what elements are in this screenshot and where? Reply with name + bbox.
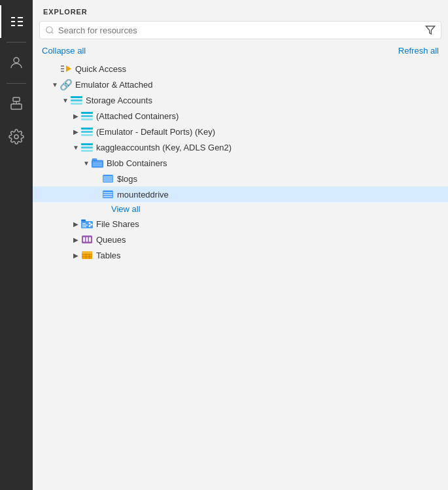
chevron-right-icon-4: ▶ <box>71 234 81 245</box>
sidebar-divider <box>7 42 26 43</box>
chevron-right-icon-2: ▶ <box>71 126 81 137</box>
no-chevron-2 <box>92 173 102 184</box>
no-chevron-3 <box>92 189 102 200</box>
svg-marker-16 <box>66 65 71 72</box>
sidebar-item-settings[interactable] <box>0 120 33 153</box>
sidebar <box>0 0 33 490</box>
emulator-default-icon <box>81 126 93 137</box>
filter-icon[interactable] <box>425 25 436 35</box>
chevron-right-icon-5: ▶ <box>71 250 81 260</box>
svg-rect-31 <box>103 192 112 193</box>
queues-icon <box>81 234 93 245</box>
search-icon <box>45 26 54 35</box>
tree-item-file-shares[interactable]: ▶ File Shares <box>33 216 448 232</box>
svg-rect-47 <box>89 237 91 242</box>
mounteddrive-icon <box>102 188 114 200</box>
svg-marker-12 <box>426 26 434 34</box>
view-all-button[interactable]: View all <box>33 202 448 216</box>
queues-label: Queues <box>96 235 126 245</box>
blob-containers-icon <box>92 157 103 169</box>
logs-label: $logs <box>117 174 137 184</box>
svg-rect-53 <box>82 251 92 254</box>
svg-rect-49 <box>82 254 92 254</box>
emulator-attached-label: Emulator & Attached <box>75 80 153 90</box>
quick-access-icon <box>60 63 72 75</box>
file-shares-icon <box>81 218 93 230</box>
kaggle-account-label: kaggleaccountsh (Key, ADLS Gen2) <box>96 143 232 152</box>
sidebar-item-account[interactable] <box>0 46 33 79</box>
kaggle-account-icon <box>81 141 93 153</box>
svg-rect-32 <box>103 194 112 195</box>
chevron-down-icon-4: ▼ <box>81 158 92 168</box>
svg-rect-23 <box>93 162 102 163</box>
no-chevron <box>50 63 60 74</box>
svg-rect-28 <box>103 179 112 179</box>
chevron-down-icon-3: ▼ <box>71 142 81 152</box>
svg-line-11 <box>52 32 54 34</box>
svg-point-10 <box>46 27 52 33</box>
tree-item-tables[interactable]: ▶ Tables <box>33 247 448 263</box>
tree-item-queues[interactable]: ▶ Queues <box>33 232 448 247</box>
svg-rect-7 <box>13 97 20 101</box>
svg-point-9 <box>14 135 18 139</box>
tables-icon <box>81 249 93 261</box>
svg-rect-27 <box>103 177 112 177</box>
search-input[interactable] <box>58 26 425 35</box>
tree-item-quick-access[interactable]: Quick Access <box>33 61 448 77</box>
tree-item-storage-accounts[interactable]: ▼ Storage Accounts <box>33 92 448 108</box>
link-icon: 🔗 <box>60 79 72 90</box>
storage-accounts-label: Storage Accounts <box>86 96 152 105</box>
refresh-all-button[interactable]: Refresh all <box>398 46 439 56</box>
explorer-title: EXPLORER <box>33 0 448 21</box>
chevron-right-icon-3: ▶ <box>71 219 81 229</box>
collapse-all-button[interactable]: Collapse all <box>42 46 86 56</box>
file-shares-label: File Shares <box>96 219 139 229</box>
tree-item-emulator-attached[interactable]: ▼ 🔗 Emulator & Attached <box>33 77 448 92</box>
svg-rect-29 <box>103 181 112 181</box>
mounteddrive-label: mounteddrive <box>117 190 169 200</box>
svg-rect-50 <box>82 256 92 257</box>
search-bar <box>39 21 441 39</box>
svg-point-6 <box>14 58 19 63</box>
chevron-right-icon: ▶ <box>71 111 81 121</box>
svg-rect-36 <box>82 223 86 224</box>
view-all-label: View all <box>111 204 141 214</box>
svg-rect-35 <box>81 220 86 222</box>
svg-rect-24 <box>93 164 102 164</box>
attached-containers-icon <box>81 110 93 122</box>
svg-rect-8 <box>11 104 22 109</box>
tree-item-logs[interactable]: $logs <box>33 171 448 186</box>
svg-rect-25 <box>93 166 102 166</box>
blob-containers-label: Blob Containers <box>107 158 167 168</box>
chevron-down-icon-2: ▼ <box>60 95 71 105</box>
sidebar-item-explorer[interactable] <box>0 5 33 38</box>
svg-rect-33 <box>103 196 112 197</box>
quick-access-label: Quick Access <box>75 64 126 74</box>
resource-tree: Quick Access ▼ 🔗 Emulator & Attached ▼ S… <box>33 61 448 490</box>
tables-label: Tables <box>96 251 121 260</box>
tree-item-emulator-default[interactable]: ▶ (Emulator - Default Ports) (Key) <box>33 124 448 139</box>
svg-rect-37 <box>82 225 88 226</box>
attached-containers-label: (Attached Containers) <box>96 111 179 121</box>
actions-row: Collapse all Refresh all <box>33 44 448 61</box>
storage-accounts-icon <box>71 94 82 106</box>
tree-item-mounteddrive[interactable]: mounteddrive <box>33 186 448 202</box>
svg-rect-22 <box>92 159 97 161</box>
svg-rect-45 <box>83 237 85 242</box>
tree-item-attached-containers[interactable]: ▶ (Attached Containers) <box>33 108 448 124</box>
chevron-down-icon: ▼ <box>50 79 60 90</box>
logs-icon <box>102 173 114 184</box>
svg-rect-46 <box>86 237 88 242</box>
sidebar-divider-2 <box>7 83 26 84</box>
main-panel: EXPLORER Collapse all Refresh all <box>33 0 448 490</box>
sidebar-item-plugin[interactable] <box>0 88 33 120</box>
tree-item-kaggle-account[interactable]: ▼ kaggleaccountsh (Key, ADLS Gen2) <box>33 139 448 155</box>
emulator-default-label: (Emulator - Default Ports) (Key) <box>96 127 215 137</box>
tree-item-blob-containers[interactable]: ▼ Blob Containers <box>33 155 448 171</box>
svg-rect-38 <box>82 226 86 227</box>
